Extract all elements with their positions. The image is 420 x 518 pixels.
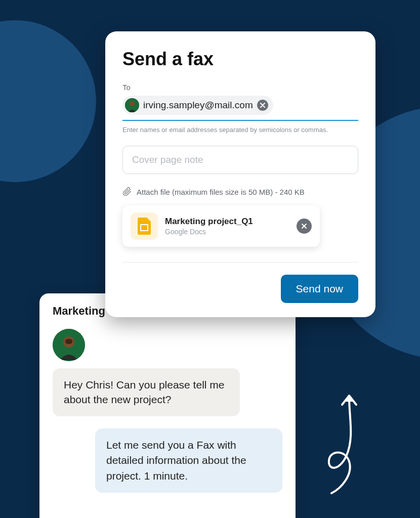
recipient-email: irving.sampley@mail.com [143,100,253,111]
avatar [125,98,139,112]
attachment-card: Marketing project_Q1 Google Docs [122,205,320,247]
attach-label: Attach file (maximum files size is 50 MB… [137,188,305,196]
to-helper-text: Enter names or email addresses separated… [122,126,358,134]
to-label: To [122,83,358,92]
remove-attachment-button[interactable] [297,219,312,234]
avatar [53,329,85,361]
attachment-name: Marketing project_Q1 [165,217,289,227]
send-now-button[interactable]: Send now [281,275,358,303]
send-fax-card: Send a fax To irving.sampley@mail.com En… [105,31,375,317]
paperclip-icon [122,187,132,196]
card-title: Send a fax [122,49,358,70]
attachment-source: Google Docs [165,228,289,236]
decorative-circle [0,20,96,182]
close-icon [260,103,265,108]
google-slides-icon [131,212,158,240]
svg-rect-2 [65,339,72,344]
svg-point-4 [130,101,135,106]
arrow-decoration [319,390,374,496]
chat-panel: Marketing Hey Chris! Can you please tell… [39,293,296,518]
to-field[interactable]: irving.sampley@mail.com [122,96,358,121]
close-icon [301,223,307,229]
cover-note-input[interactable] [122,146,358,174]
recipient-chip: irving.sampley@mail.com [122,96,273,115]
attach-file-row[interactable]: Attach file (maximum files size is 50 MB… [122,187,358,196]
remove-recipient-button[interactable] [257,100,268,111]
divider [122,262,358,263]
chat-message-incoming: Hey Chris! Can you please tell me about … [53,368,240,416]
chat-message-outgoing: Let me send you a Fax with detailed info… [95,428,282,493]
